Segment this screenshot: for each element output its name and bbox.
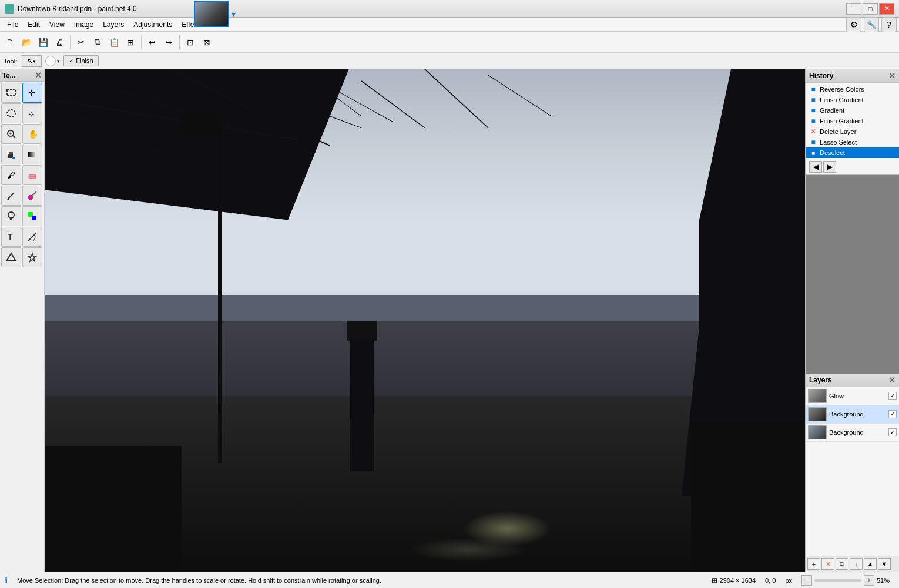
tool-move-selected[interactable]: ✛ xyxy=(22,83,42,103)
canvas-area[interactable]: Colors ✕ Primary Secondary More >> ⇄ xyxy=(45,69,805,572)
history-undo-button[interactable]: ◀ xyxy=(809,161,822,173)
history-item-label: Reverse Colors xyxy=(820,86,864,93)
history-list: ■ Reverse Colors ■ Finish Gradient ■ Gra… xyxy=(806,83,899,159)
svg-marker-26 xyxy=(7,253,15,260)
layer-visible-glow[interactable]: ✓ xyxy=(888,392,897,400)
layer-item-background-2[interactable]: Background ✓ xyxy=(806,424,899,442)
menu-layers[interactable]: Layers xyxy=(98,19,129,30)
mode-selector[interactable]: ▾ xyxy=(45,56,60,66)
zoom-out-button[interactable]: − xyxy=(801,575,812,586)
mode-circle[interactable] xyxy=(45,56,56,66)
tool-selector[interactable]: ↖▾ xyxy=(21,55,42,67)
tool-line[interactable]: ╱ xyxy=(22,227,42,247)
tool-rectangle-select[interactable] xyxy=(1,83,21,103)
layer-duplicate-button[interactable]: ⧉ xyxy=(836,558,848,570)
menu-file[interactable]: File xyxy=(2,19,23,30)
svg-text:+: + xyxy=(9,131,12,136)
mode-arrow[interactable]: ▾ xyxy=(57,58,60,64)
paste-button[interactable]: 📋 xyxy=(106,35,122,50)
svg-line-33 xyxy=(140,75,222,105)
water-layer xyxy=(45,321,805,396)
save-button[interactable]: 💾 xyxy=(35,35,51,50)
menu-image[interactable]: Image xyxy=(69,19,98,30)
layer-controls: + ✕ ⧉ ↓ ▲ ▼ xyxy=(806,556,899,572)
menu-bar: File Edit View Image Layers Adjustments … xyxy=(0,18,899,32)
toolbar-separator-3 xyxy=(179,35,180,49)
tool-paintbrush[interactable]: 🖌 xyxy=(1,165,21,185)
new-button[interactable]: 🗋 xyxy=(2,35,18,50)
open-button[interactable]: 📂 xyxy=(19,35,34,50)
layer-merge-button[interactable]: ↓ xyxy=(850,558,863,570)
paste-into-button[interactable]: ⊞ xyxy=(123,35,138,50)
tool-move-selection[interactable]: ⊹ xyxy=(22,103,42,123)
reflection-light-2 xyxy=(410,538,527,562)
layer-add-button[interactable]: + xyxy=(807,558,820,570)
tool-panel-close[interactable]: ✕ xyxy=(35,70,42,80)
help-icon[interactable]: ? xyxy=(881,17,897,32)
history-item-finish-gradient-2[interactable]: ■ Finish Gradient xyxy=(806,116,899,126)
tool-pan[interactable]: ✋ xyxy=(22,124,42,144)
document-tab-arrow[interactable]: ▾ xyxy=(232,9,236,19)
toolbar-separator-1 xyxy=(70,35,71,49)
layer-delete-button[interactable]: ✕ xyxy=(821,558,834,570)
layer-thumb-glow xyxy=(808,389,827,403)
window-controls: − □ ✕ xyxy=(846,3,894,15)
history-item-lasso-select[interactable]: ■ Lasso Select xyxy=(806,137,899,147)
maximize-button[interactable]: □ xyxy=(863,3,878,15)
tool-zoom[interactable]: + xyxy=(1,124,21,144)
cut-button[interactable]: ✂ xyxy=(73,35,89,50)
tool-gradient[interactable] xyxy=(22,145,42,164)
tool-shapes[interactable] xyxy=(1,247,21,267)
history-item-finish-gradient-1[interactable]: ■ Finish Gradient xyxy=(806,95,899,105)
svg-text:⊹: ⊹ xyxy=(28,110,34,118)
history-item-deselect[interactable]: ■ Deselect xyxy=(806,147,899,158)
menu-edit[interactable]: Edit xyxy=(23,19,45,30)
tool-paint-bucket[interactable] xyxy=(1,145,21,164)
copy-button[interactable]: ⧉ xyxy=(90,35,105,50)
svg-line-37 xyxy=(425,69,488,128)
document-preview[interactable] xyxy=(194,1,229,27)
tool-panel-title: To... xyxy=(2,72,15,79)
tool-color-picker[interactable] xyxy=(22,186,42,206)
history-item-gradient[interactable]: ■ Gradient xyxy=(806,105,899,116)
close-button[interactable]: ✕ xyxy=(879,3,894,15)
finish-button[interactable]: ✓ Finish xyxy=(63,55,98,66)
resize-button[interactable]: ⊠ xyxy=(199,35,214,50)
tool-text[interactable]: T xyxy=(1,227,21,247)
tool-lasso[interactable] xyxy=(1,103,21,123)
svg-rect-20 xyxy=(10,218,12,220)
history-item-delete-layer[interactable]: ✕ Delete Layer xyxy=(806,126,899,137)
crop-button[interactable]: ⊡ xyxy=(183,35,198,50)
layer-move-down-button[interactable]: ▼ xyxy=(878,558,891,570)
layer-move-up-button[interactable]: ▲ xyxy=(864,558,877,570)
print-button[interactable]: 🖨 xyxy=(52,35,67,50)
menu-adjustments[interactable]: Adjustments xyxy=(129,19,177,30)
undo-button[interactable]: ↩ xyxy=(145,35,160,50)
history-redo-button[interactable]: ▶ xyxy=(823,161,836,173)
zoom-in-button[interactable]: + xyxy=(864,575,874,586)
tool-eraser[interactable] xyxy=(22,165,42,185)
history-panel-close[interactable]: ✕ xyxy=(888,71,895,80)
tool-clone-stamp[interactable] xyxy=(1,206,21,226)
branches-svg xyxy=(45,69,805,245)
tool-recolor[interactable] xyxy=(22,206,42,226)
svg-point-19 xyxy=(8,212,14,218)
layers-panel-close[interactable]: ✕ xyxy=(888,375,895,385)
tool-magic-wand[interactable] xyxy=(22,247,42,267)
settings-icon[interactable]: ⚙ xyxy=(846,17,861,32)
coordinates-text: 0, 0 xyxy=(765,577,776,584)
menu-view[interactable]: View xyxy=(45,19,69,30)
layer-visible-background-2[interactable]: ✓ xyxy=(888,428,897,436)
minimize-button[interactable]: − xyxy=(846,3,861,15)
layer-item-background-1[interactable]: Background ✓ xyxy=(806,405,899,424)
tool-pencil[interactable] xyxy=(1,186,21,206)
zoom-slider[interactable] xyxy=(814,579,861,582)
layer-name-glow: Glow xyxy=(829,392,886,399)
redo-button[interactable]: ↪ xyxy=(161,35,176,50)
history-icon-blue: ■ xyxy=(809,85,817,93)
layer-visible-background-1[interactable]: ✓ xyxy=(888,410,897,418)
plugin-icon[interactable]: 🔧 xyxy=(864,17,879,32)
history-item-reverse-colors[interactable]: ■ Reverse Colors xyxy=(806,84,899,95)
history-item-label-5: Delete Layer xyxy=(820,128,856,135)
layer-item-glow[interactable]: Glow ✓ xyxy=(806,387,899,405)
